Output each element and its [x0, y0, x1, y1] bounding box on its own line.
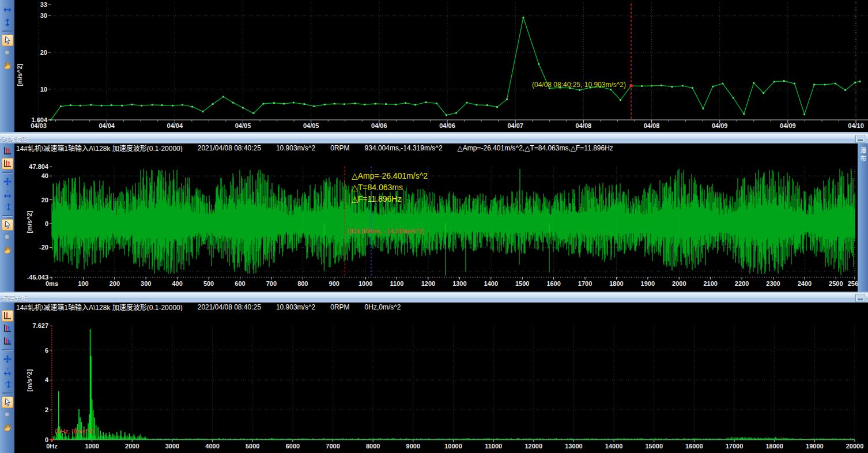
svg-text:1500: 1500	[515, 280, 529, 287]
svg-text:20000: 20000	[846, 443, 864, 450]
zoom-tool-icon[interactable]	[2, 47, 13, 59]
zoom-tool-icon[interactable]	[2, 409, 13, 421]
svg-text:04/05: 04/05	[303, 122, 319, 129]
svg-text:14000: 14000	[605, 443, 623, 450]
svg-text:1000: 1000	[358, 280, 372, 287]
rpm-value: 0RPM	[330, 144, 349, 152]
zoom-tool-icon[interactable]	[2, 232, 13, 243]
svg-text:4: 4	[45, 376, 49, 383]
svg-text:1000: 1000	[85, 443, 99, 450]
y-stretch-icon[interactable]: Y	[2, 379, 13, 390]
cursor-list-icon[interactable]	[2, 145, 13, 157]
svg-text:1200: 1200	[421, 280, 435, 287]
single-cursor-icon[interactable]	[2, 310, 13, 322]
svg-text:400: 400	[172, 280, 182, 287]
svg-text:800: 800	[297, 280, 308, 287]
svg-text:18000: 18000	[765, 443, 783, 450]
svg-text:13000: 13000	[565, 443, 583, 450]
pointer-tool-icon[interactable]	[2, 397, 13, 408]
waterfall-tab[interactable]: 瀑布	[858, 144, 868, 292]
double-cursor-icon[interactable]	[2, 323, 13, 334]
svg-text:2500: 2500	[829, 280, 843, 287]
hand-tool-icon[interactable]	[2, 244, 13, 256]
svg-text:1600: 1600	[546, 280, 560, 287]
svg-text:2300: 2300	[766, 280, 780, 287]
svg-text:600: 600	[235, 280, 245, 287]
waveform-panel: 时域波形 XY 14#轧机\减速箱1轴输入A\128k 加速度波形(0.1-20…	[0, 134, 868, 292]
svg-text:[m/s^2]: [m/s^2]	[16, 63, 23, 86]
svg-text:5000: 5000	[246, 443, 259, 450]
svg-text:0Hz: 0Hz	[46, 443, 58, 450]
svg-text:04/09: 04/09	[780, 122, 796, 129]
svg-text:2: 2	[45, 406, 48, 413]
trend-panel: 04/0304/0404/0404/0504/0504/0604/0604/07…	[0, 0, 868, 132]
waveform-header: 14#轧机\减速箱1轴输入A\128k 加速度波形(0.1-20000) 202…	[14, 144, 858, 152]
svg-text:2200: 2200	[735, 280, 749, 287]
spectrum-chart[interactable]: 7.6276420[m/s^2]0Hz100020003000400050006…	[14, 311, 868, 453]
x-stretch-icon[interactable]: X	[2, 366, 13, 378]
spectrum-header: 14#轧机\减速箱1轴输入A\128k 加速度波形(0.1-20000) 202…	[14, 303, 868, 311]
sideband-cursor-icon[interactable]	[2, 335, 13, 347]
waveform-titlebar[interactable]: 时域波形	[0, 134, 868, 144]
svg-text:04/08: 04/08	[576, 122, 592, 129]
x-stretch-icon[interactable]: X	[2, 188, 13, 200]
svg-text:1700: 1700	[578, 280, 592, 287]
svg-text:0: 0	[45, 220, 48, 227]
move-tool-icon[interactable]	[2, 176, 13, 187]
svg-text:04/05: 04/05	[235, 122, 251, 129]
svg-text:33: 33	[40, 1, 47, 8]
svg-text:-20: -20	[39, 244, 48, 251]
svg-text:Y: Y	[4, 382, 7, 386]
spectrum-title: 频谱分析	[2, 293, 28, 303]
hand-tool-icon[interactable]	[2, 422, 13, 433]
svg-text:04/06: 04/06	[371, 122, 387, 129]
svg-text:8000: 8000	[366, 443, 380, 450]
pan-horizontal-icon[interactable]	[2, 4, 13, 16]
svg-text:500: 500	[203, 280, 214, 287]
svg-text:10: 10	[40, 86, 47, 93]
pan-vertical-icon[interactable]	[2, 17, 13, 28]
pointer-tool-icon[interactable]	[2, 219, 13, 231]
spectrum-titlebar[interactable]: 频谱分析	[0, 293, 868, 303]
svg-text:40: 40	[41, 172, 48, 179]
svg-text:△T=84.063ms: △T=84.063ms	[352, 183, 403, 192]
svg-text:7.627: 7.627	[32, 322, 48, 329]
trend-chart[interactable]: 04/0304/0404/0404/0504/0504/0604/0604/07…	[14, 0, 868, 132]
cursor-readout: 934.004ms,-14.319m/s^2	[365, 144, 443, 152]
waveform-chart[interactable]: 47.80440200-20-45.043[m/s^2]0ms100200300…	[14, 152, 858, 292]
svg-text:20: 20	[41, 197, 48, 203]
svg-text:0ms: 0ms	[46, 280, 58, 287]
hand-tool-icon[interactable]	[2, 60, 13, 71]
svg-text:2560: 2560	[848, 280, 858, 287]
channel-path: 14#轧机\减速箱1轴输入A\128k 加速度波形(0.1-20000)	[16, 144, 183, 152]
svg-text:04/09: 04/09	[712, 122, 728, 129]
toolbar-separator	[2, 31, 13, 32]
waveform-toolbar: XY	[0, 144, 14, 292]
pointer-tool-icon[interactable]	[2, 35, 13, 46]
svg-text:△Amp=-26.401m/s^2: △Amp=-26.401m/s^2	[352, 171, 428, 180]
svg-text:17000: 17000	[726, 443, 744, 450]
svg-text:[m/s^2]: [m/s^2]	[26, 369, 33, 391]
y-stretch-icon[interactable]: Y	[2, 201, 13, 213]
svg-text:1900: 1900	[641, 280, 655, 287]
toolbar-separator	[2, 392, 13, 394]
harmonic-cursor-icon[interactable]	[2, 158, 13, 169]
svg-text:47.804: 47.804	[29, 163, 49, 170]
svg-text:2000: 2000	[672, 280, 686, 287]
svg-text:30: 30	[40, 12, 47, 19]
svg-text:(04/08 08:40:25, 10.903m/s^2): (04/08 08:40:25, 10.903m/s^2)	[532, 81, 626, 89]
svg-text:6000: 6000	[286, 443, 300, 450]
svg-text:Y: Y	[4, 204, 7, 208]
svg-text:15000: 15000	[645, 443, 663, 450]
move-tool-icon[interactable]	[2, 353, 13, 365]
svg-text:04/08: 04/08	[644, 122, 660, 129]
svg-text:04/07: 04/07	[507, 122, 523, 129]
toolbar-separator	[2, 172, 13, 173]
svg-text:19000: 19000	[806, 443, 824, 450]
collapse-icon[interactable]	[856, 135, 865, 142]
svg-text:△F=11.896Hz: △F=11.896Hz	[352, 194, 401, 203]
collapse-icon[interactable]	[856, 295, 865, 301]
timestamp: 2021/04/08 08:40:25	[198, 144, 261, 152]
amplitude-value: 10.903m/s^2	[276, 303, 315, 311]
cursor-readout: 0Hz,0m/s^2	[365, 303, 401, 311]
